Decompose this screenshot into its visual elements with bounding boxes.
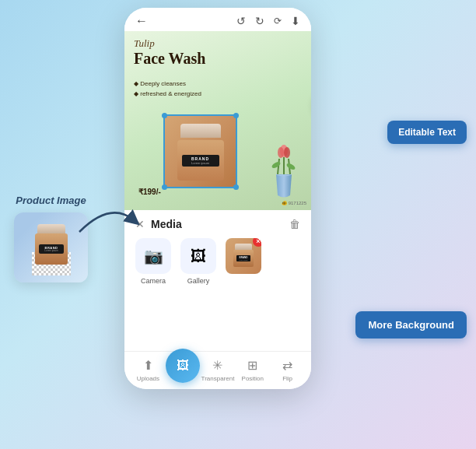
nav-media-active[interactable]: 🖼 (166, 356, 201, 383)
transparent-label: Transparent (201, 375, 235, 382)
product-arrow (72, 193, 142, 240)
flip-icon: ⇄ (282, 358, 292, 373)
undo-icon[interactable]: ↺ (236, 15, 246, 27)
nav-transparent[interactable]: ✳ Transparent (201, 358, 236, 382)
handle-tr[interactable] (233, 113, 239, 118)
uploads-icon: ⬆ (143, 358, 153, 373)
canvas-tulip-text: Tulip (134, 37, 205, 50)
media-header-left: ✕ Media (135, 218, 182, 230)
camera-item[interactable]: 📷 Camera (135, 238, 171, 285)
camera-icon-box: 📷 (135, 238, 171, 274)
position-label: Position (242, 375, 264, 382)
jar-lid (37, 224, 65, 233)
gallery-label: Gallery (187, 277, 210, 285)
camera-label: Camera (141, 277, 166, 285)
canvas-main-title: Face Wash (134, 50, 205, 67)
redo-icon[interactable]: ↻ (255, 15, 264, 27)
bottom-navigation: ⬆ Uploads 🖼 ✳ Transparent ⊞ Position ⇄ F… (124, 351, 311, 389)
canvas-title-block: Tulip Face Wash (134, 37, 205, 67)
svg-point-1 (278, 147, 284, 158)
svg-point-7 (285, 162, 296, 170)
media-trash-button[interactable]: 🗑 (289, 218, 300, 230)
flip-label: Flip (282, 375, 292, 382)
canvas-bullet2: refreshed & energized (134, 89, 201, 100)
download-icon[interactable]: ⬇ (291, 15, 300, 27)
more-background-button[interactable]: More Background (355, 311, 467, 339)
product-image-inner: BRAND Lorem ipsum (24, 219, 79, 275)
nav-position[interactable]: ⊞ Position (235, 358, 270, 382)
canvas-bullets: Deeply cleanses refreshed & energized (134, 79, 201, 100)
product-sub: Lorem ipsum (184, 161, 218, 165)
gallery-item[interactable]: 🖼 Gallery (180, 238, 216, 285)
handle-bl[interactable] (162, 184, 167, 190)
product-remove-button[interactable]: × (253, 238, 261, 247)
canvas-price: ₹199/- (138, 188, 161, 196)
jar-label: BRAND Lorem ipsum (39, 244, 64, 254)
topbar-icons: ↺ ↻ ⟳ ⬇ (236, 15, 300, 27)
svg-point-2 (284, 147, 290, 158)
position-icon: ⊞ (247, 358, 257, 373)
refresh-icon[interactable]: ⟳ (274, 16, 282, 26)
product-label: BRAND Lorem ipsum (182, 155, 219, 167)
media-items-row: 📷 Camera 🖼 Gallery BRAND (124, 235, 311, 291)
product-body: BRAND Lorem ipsum (177, 140, 224, 181)
nav-flip[interactable]: ⇄ Flip (270, 358, 305, 382)
transparent-icon: ✳ (212, 358, 222, 373)
media-panel-title: Media (151, 218, 182, 230)
product-jar-float: BRAND Lorem ipsum (30, 224, 73, 269)
jar-body: BRAND Lorem ipsum (35, 233, 68, 265)
editable-text-bubble[interactable]: Editable Text (387, 121, 467, 144)
product-thumbnail-item[interactable]: BRAND Lorem ipsum × (226, 238, 261, 274)
canvas-product[interactable]: BRAND Lorem ipsum (163, 114, 237, 188)
back-button[interactable]: ← (135, 14, 148, 28)
gallery-icon-box: 🖼 (180, 238, 216, 274)
media-active-circle: 🖼 (166, 349, 200, 383)
uploads-label: Uploads (137, 375, 159, 382)
phone: ← ↺ ↻ ⟳ ⬇ Tulip Face Wash Deeply cleanse… (124, 8, 311, 389)
product-lid (180, 124, 221, 138)
vase (270, 145, 297, 199)
canvas-bullet1: Deeply cleanses (134, 79, 201, 89)
handle-tl[interactable] (162, 113, 167, 118)
media-active-icon: 🖼 (177, 359, 189, 373)
nav-uploads[interactable]: ⬆ Uploads (131, 358, 166, 382)
product-image-inner: BRAND Lorem ipsum (165, 116, 236, 187)
canvas-watermark: 🐠 9171225 (282, 200, 306, 205)
svg-point-6 (271, 160, 281, 169)
product-thumbnail: BRAND Lorem ipsum × (226, 238, 261, 274)
media-header: ✕ Media 🗑 (124, 210, 311, 235)
phone-topbar: ← ↺ ↻ ⟳ ⬇ (124, 8, 311, 31)
handle-br[interactable] (233, 184, 239, 190)
design-canvas[interactable]: Tulip Face Wash Deeply cleanses refreshe… (124, 31, 311, 210)
phone-container: ← ↺ ↻ ⟳ ⬇ Tulip Face Wash Deeply cleanse… (124, 8, 311, 389)
jar-sub-text: Lorem ipsum (40, 250, 63, 253)
media-panel: ✕ Media 🗑 📷 Camera 🖼 Gallery (124, 210, 311, 351)
